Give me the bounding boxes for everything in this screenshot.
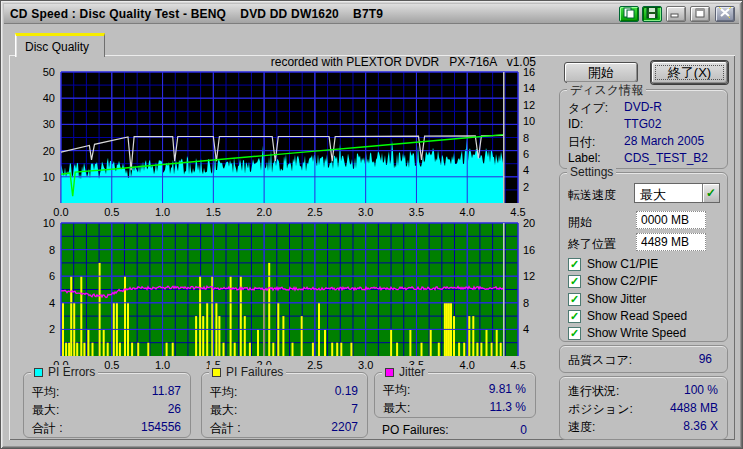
pi-errors-title: PI Errors [48, 365, 95, 379]
svg-text:4: 4 [523, 164, 529, 176]
svg-text:2.0: 2.0 [256, 206, 271, 218]
close-icon [718, 5, 732, 23]
minimize-button[interactable] [666, 6, 686, 22]
save-icon [646, 5, 658, 23]
svg-text:3.0: 3.0 [358, 206, 373, 218]
minimize-icon [670, 5, 682, 23]
stat-label: 最大: [383, 400, 410, 417]
window-title: CD Speed : Disc Quality Test - BENQ DVD … [4, 7, 383, 21]
start-position-label: 開始 [568, 214, 592, 231]
po-failures-value: 0 [520, 423, 527, 437]
svg-text:6: 6 [523, 148, 529, 160]
show-c2-pif-checkbox[interactable]: ✓ Show C2/PIF [568, 274, 658, 288]
svg-text:12: 12 [523, 99, 535, 111]
svg-text:0.5: 0.5 [104, 359, 119, 370]
pi-errors-swatch [34, 368, 43, 377]
progress-group: 進行状況:100 % ポジション:4488 MB 速度:8.36 X [559, 376, 728, 440]
svg-text:2: 2 [49, 323, 55, 335]
pi-failures-swatch [212, 368, 221, 377]
stat-value: 7 [351, 402, 358, 416]
disc-info-title: ディスク情報 [567, 82, 646, 99]
close-button[interactable] [715, 6, 735, 22]
jitter-title: Jitter [399, 365, 425, 379]
tab-disc-quality[interactable]: Disc Quality [15, 33, 105, 57]
quality-score-value: 96 [699, 352, 712, 366]
stat-label: 平均: [383, 382, 410, 399]
svg-text:0.0: 0.0 [53, 206, 68, 218]
start-button[interactable]: 開始 [564, 62, 638, 83]
stat-label: 合計 : [32, 420, 63, 437]
titlebar: CD Speed : Disc Quality Test - BENQ DVD … [4, 4, 739, 24]
disc-info-label: Label: [568, 151, 601, 165]
svg-text:4: 4 [49, 297, 55, 309]
stat-label: 平均: [32, 384, 59, 401]
svg-text:10: 10 [43, 218, 55, 229]
tab-label: Disc Quality [16, 36, 104, 54]
chevron-down-icon: ✓ [706, 186, 716, 200]
transfer-speed-label: 転送速度 [568, 187, 616, 204]
disc-info-value: 28 March 2005 [624, 134, 704, 148]
disc-info-label: 日付: [568, 134, 595, 151]
svg-text:1.0: 1.0 [155, 359, 170, 370]
pif-jitter-chart: 0.00.51.01.52.02.53.03.54.04.51086422016… [23, 218, 563, 370]
svg-text:3.0: 3.0 [358, 359, 373, 370]
right-panel: 開始 終了(X) ディスク情報 タイプ:DVD-R ID:TTG02 日付:28… [555, 57, 733, 440]
jitter-swatch [385, 368, 394, 377]
svg-text:30: 30 [43, 118, 55, 130]
svg-text:3.5: 3.5 [409, 206, 424, 218]
svg-text:8: 8 [523, 297, 529, 309]
stat-label: 合計 : [210, 420, 241, 437]
check-icon: ✓ [568, 275, 581, 288]
stat-value: 11.3 % [490, 400, 526, 414]
stat-value: 2207 [331, 420, 358, 434]
disc-info-label: ID: [568, 117, 583, 131]
position-value: 4488 MB [670, 401, 718, 415]
quality-score-label: 品質スコア: [568, 352, 632, 369]
svg-text:8: 8 [49, 244, 55, 256]
main-pane: recorded with PLEXTOR DVDR PX-716A v1.05… [9, 55, 735, 440]
maximize-icon [694, 5, 706, 23]
svg-text:4.5: 4.5 [510, 359, 525, 370]
save-button[interactable] [642, 6, 662, 22]
show-write-speed-checkbox[interactable]: ✓ Show Write Speed [568, 326, 686, 340]
show-jitter-checkbox[interactable]: ✓ Show Jitter [568, 292, 646, 306]
pi-failures-title: PI Failures [226, 365, 283, 379]
position-label: ポジション: [568, 401, 633, 418]
end-position-label: 終了位置 [568, 236, 616, 253]
show-read-speed-checkbox[interactable]: ✓ Show Read Speed [568, 309, 687, 323]
pi-failures-group: PI Failures 平均:0.19 最大:7 合計 :2207 [201, 372, 368, 438]
copy-button[interactable] [619, 6, 639, 22]
svg-text:16: 16 [523, 66, 535, 78]
copy-icon [623, 5, 635, 23]
check-icon: ✓ [568, 293, 581, 306]
svg-text:2.5: 2.5 [307, 359, 322, 370]
stat-value: 0.19 [335, 384, 358, 398]
maximize-button[interactable] [690, 6, 710, 22]
check-icon: ✓ [568, 327, 581, 340]
pie-speed-chart: 0.00.51.01.52.02.53.03.54.04.55040302010… [23, 55, 563, 218]
stat-label: 最大: [32, 402, 59, 419]
svg-text:1.5: 1.5 [206, 206, 221, 218]
show-c1-pie-checkbox[interactable]: ✓ Show C1/PIE [568, 257, 658, 271]
progress-value: 100 % [684, 383, 718, 397]
check-icon: ✓ [568, 310, 581, 323]
svg-text:1.0: 1.0 [155, 206, 170, 218]
po-failures-label: PO Failures: [382, 423, 449, 437]
svg-text:12: 12 [523, 270, 535, 282]
check-icon: ✓ [568, 258, 581, 271]
exit-button[interactable]: 終了(X) [651, 61, 728, 84]
end-position-field[interactable] [636, 233, 706, 251]
jitter-group: Jitter 平均:9.81 % 最大:11.3 % [374, 372, 536, 418]
titlebar-buttons [619, 6, 739, 22]
svg-text:6: 6 [49, 270, 55, 282]
speed-label: 速度: [568, 419, 595, 436]
pi-errors-group: PI Errors 平均:11.87 最大:26 合計 :154556 [23, 372, 191, 438]
svg-text:2: 2 [523, 181, 529, 193]
cd-speed-window: CD Speed : Disc Quality Test - BENQ DVD … [0, 0, 743, 449]
start-position-field[interactable] [636, 211, 706, 229]
disc-info-value: TTG02 [624, 117, 661, 131]
svg-text:2.5: 2.5 [307, 206, 322, 218]
po-failures-row: PO Failures:0 [374, 423, 536, 438]
svg-text:20: 20 [523, 218, 535, 229]
transfer-speed-select[interactable]: 最大 ✓ [634, 183, 720, 203]
